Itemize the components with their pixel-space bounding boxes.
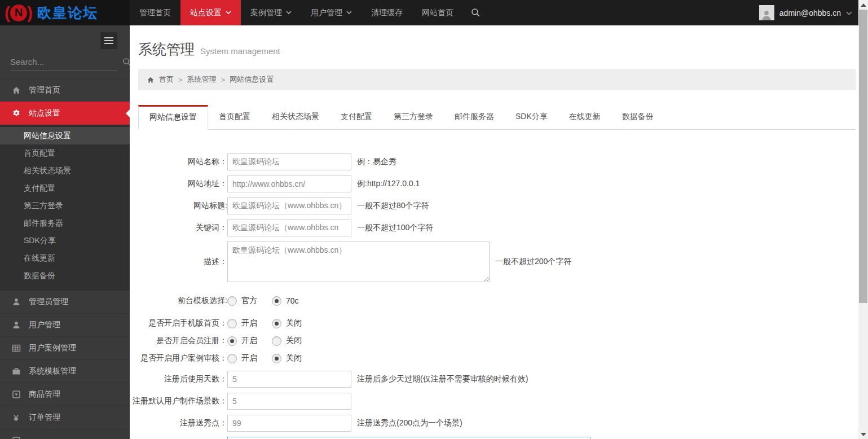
breadcrumb-separator: > [221, 76, 226, 84]
tab-status-scene[interactable]: 相关状态场景 [261, 105, 330, 130]
user-menu[interactable]: admin@ohbbs.cn [759, 0, 868, 25]
site-url-hint: 例:http://127.0.0.1 [357, 179, 420, 189]
nav-item-user-management[interactable]: 用户管理 [301, 0, 362, 25]
template-70c-radio[interactable] [272, 296, 281, 306]
sidebar-item-partial[interactable] [0, 429, 130, 439]
submenu-item-data-backup[interactable]: 数据备份 [0, 267, 130, 284]
hamburger-menu-icon[interactable] [100, 32, 117, 49]
sidebar-item-label: 管理员管理 [29, 297, 68, 307]
case-audit-off-option[interactable]: 关闭 [286, 353, 302, 363]
breadcrumb-separator: > [178, 76, 183, 84]
page-scrollbar[interactable] [858, 0, 868, 439]
breadcrumb-home[interactable]: 首页 [159, 74, 174, 85]
nav-item-label: 用户管理 [311, 8, 342, 18]
reg-days-input[interactable] [227, 371, 351, 388]
keywords-hint: 一般不超过100个字符 [357, 223, 433, 233]
member-reg-on-option[interactable]: 开启 [241, 336, 257, 346]
mobile-home-on-radio[interactable] [227, 319, 237, 328]
brand-emblem-paren-right: ) [27, 5, 33, 21]
person-icon [761, 9, 772, 20]
tab-mail-server[interactable]: 邮件服务器 [444, 105, 505, 130]
tab-sdk-share[interactable]: SDK分享 [505, 105, 558, 130]
scrollbar-up-button[interactable] [858, 0, 868, 10]
square-icon [11, 436, 21, 439]
nav-item-case-management[interactable]: 案例管理 [241, 0, 301, 25]
sidebar-item-admin-management[interactable]: 管理员管理 [0, 290, 130, 313]
site-url-input[interactable] [227, 175, 351, 192]
tab-payment-config[interactable]: 支付配置 [330, 105, 383, 130]
gears-icon [11, 109, 21, 118]
breadcrumb-current: 网站信息设置 [230, 74, 274, 85]
nav-item-clear-cache[interactable]: 清理缓存 [362, 0, 412, 25]
member-reg-on-radio[interactable] [227, 336, 237, 346]
description-label: 描述： [130, 257, 227, 267]
sidebar-item-user-case-management[interactable]: 用户案例管理 [0, 336, 130, 359]
scrollbar-down-button[interactable] [858, 429, 868, 439]
site-url-label: 网站地址： [130, 179, 227, 189]
member-reg-off-radio[interactable] [272, 336, 281, 346]
search-icon[interactable] [122, 58, 130, 67]
sidebar-item-label: 订单管理 [29, 412, 60, 423]
sidebar-item-product-management[interactable]: 商品管理 [0, 383, 130, 406]
nav-item-label: 管理首页 [139, 8, 171, 18]
template-70c-option[interactable]: 70c [286, 296, 299, 305]
submenu-item-status-scene[interactable]: 相关状态场景 [0, 162, 130, 179]
submenu-item-site-info[interactable]: 网站信息设置 [0, 127, 130, 144]
nav-item-label: 站点设置 [190, 8, 222, 18]
site-name-label: 网站名称： [130, 157, 227, 167]
mobile-home-off-radio[interactable] [272, 319, 281, 328]
tab-online-update[interactable]: 在线更新 [558, 105, 611, 130]
description-textarea[interactable]: 欧皇源码论坛（www.ohbbs.cn） [227, 242, 490, 282]
case-audit-on-option[interactable]: 开启 [241, 353, 257, 363]
template-label: 前台模板选择: [130, 296, 227, 306]
tab-data-backup[interactable]: 数据备份 [611, 105, 664, 130]
nav-search-button[interactable] [463, 0, 488, 25]
nav-item-admin-home[interactable]: 管理首页 [130, 0, 180, 25]
sidebar-item-order-management[interactable]: ¥ 订单管理 [0, 406, 130, 429]
nav-item-label: 案例管理 [250, 8, 282, 18]
sidebar-item-label: 系统模板管理 [29, 366, 76, 376]
tab-third-party-login[interactable]: 第三方登录 [383, 105, 444, 130]
breadcrumb-system-management[interactable]: 系统管理 [187, 74, 217, 85]
site-title-input[interactable] [227, 197, 351, 214]
member-reg-label: 是否开启会员注册： [130, 336, 227, 346]
scrollbar-up-icon [861, 3, 866, 7]
scrollbar-thumb[interactable] [859, 10, 867, 303]
user-email: admin@ohbbs.cn [779, 8, 841, 17]
nav-item-site-home[interactable]: 网站首页 [412, 0, 463, 25]
submenu-item-third-party-login[interactable]: 第三方登录 [0, 197, 130, 214]
sidebar-item-label: 用户案例管理 [29, 343, 76, 353]
template-official-radio[interactable] [227, 296, 237, 306]
member-reg-off-option[interactable]: 关闭 [286, 336, 302, 346]
tab-site-info[interactable]: 网站信息设置 [138, 105, 208, 130]
mobile-home-on-option[interactable]: 开启 [241, 318, 257, 328]
sidebar-item-label: 管理首页 [29, 85, 60, 95]
case-audit-off-radio[interactable] [272, 354, 281, 363]
sidebar-search-input[interactable] [10, 57, 122, 67]
case-audit-label: 是否开启用户案例审核： [130, 353, 227, 363]
site-name-input[interactable] [227, 153, 351, 170]
nav-item-site-settings[interactable]: 站点设置 [180, 0, 241, 25]
submenu-item-payment-config[interactable]: 支付配置 [0, 179, 130, 197]
submenu-item-mail-server[interactable]: 邮件服务器 [0, 214, 130, 232]
sidebar-item-site-settings[interactable]: 站点设置 [0, 102, 130, 125]
brand-logo[interactable]: ( N ) 欧皇论坛 [0, 0, 130, 25]
sidebar-item-template-management[interactable]: 系统模板管理 [0, 359, 130, 383]
sidebar-item-user-management[interactable]: 用户管理 [0, 313, 130, 336]
home-icon [147, 76, 155, 84]
reg-points-input[interactable] [227, 415, 351, 432]
submenu-item-home-config[interactable]: 首页配置 [0, 144, 130, 162]
template-official-option[interactable]: 官方 [241, 296, 257, 306]
sidebar-item-admin-home[interactable]: 管理首页 [0, 78, 130, 102]
tab-home-config[interactable]: 首页配置 [208, 105, 261, 130]
brand-emblem-paren-left: ( [5, 5, 10, 21]
reg-scenes-input[interactable] [227, 393, 351, 410]
sidebar-item-label: 商品管理 [29, 389, 60, 400]
submenu-item-sdk-share[interactable]: SDK分享 [0, 232, 130, 249]
reg-scenes-label: 注册默认用户制作场景数： [130, 396, 227, 406]
case-audit-on-radio[interactable] [227, 354, 237, 363]
keywords-input[interactable] [227, 220, 351, 236]
submenu-item-online-update[interactable]: 在线更新 [0, 249, 130, 267]
mobile-home-off-option[interactable]: 关闭 [286, 318, 302, 328]
nav-item-label: 网站首页 [422, 8, 453, 18]
